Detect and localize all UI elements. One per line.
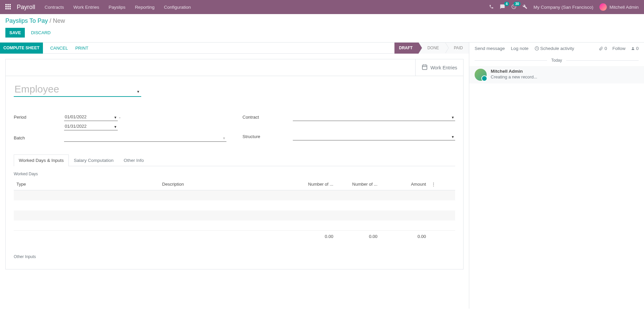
chatter-date-separator: Today	[469, 58, 644, 63]
caret-down-icon: ▼	[451, 135, 454, 139]
button-box: Work Entries	[6, 59, 463, 76]
nav-contracts[interactable]: Contracts	[45, 5, 64, 10]
debug-icon[interactable]	[523, 4, 527, 10]
caret-down-icon: ▼	[114, 116, 117, 119]
nav-configuration[interactable]: Configuration	[164, 5, 191, 10]
nav-work-entries[interactable]: Work Entries	[73, 5, 99, 10]
table-row[interactable]	[14, 190, 455, 200]
stage-done[interactable]: DONE	[419, 43, 445, 54]
table-row[interactable]	[14, 221, 455, 231]
main-navbar: Payroll Contracts Work Entries Payslips …	[0, 0, 644, 14]
col-type: Type	[14, 178, 159, 190]
work-entries-label: Work Entries	[430, 65, 457, 70]
send-message-link[interactable]: Send message	[475, 46, 505, 51]
main-content: COMPUTE SHEET CANCEL PRINT DRAFT DONE PA…	[0, 42, 644, 309]
table-row[interactable]	[14, 200, 455, 210]
breadcrumb-current: New	[53, 17, 65, 24]
attachments-count[interactable]: 0	[599, 46, 607, 51]
total-amount: 0.00	[380, 231, 429, 243]
save-button[interactable]: SAVE	[5, 28, 25, 38]
employee-input[interactable]	[14, 82, 141, 97]
apps-icon[interactable]	[5, 4, 11, 10]
user-avatar	[599, 3, 607, 11]
nav-menu: Contracts Work Entries Payslips Reportin…	[45, 5, 489, 10]
activities-badge: 30	[514, 2, 521, 6]
chatter: Send message Log note Schedule activity …	[469, 43, 644, 309]
total-days: 0.00	[292, 231, 336, 243]
nav-payslips[interactable]: Payslips	[109, 5, 125, 10]
cancel-button[interactable]: CANCEL	[50, 46, 68, 51]
period-to-input[interactable]: 01/31/2022 ▼	[64, 123, 118, 130]
breadcrumb-parent[interactable]: Payslips To Pay	[5, 17, 48, 24]
svg-rect-0	[422, 65, 427, 70]
total-hours: 0.00	[336, 231, 380, 243]
worked-days-table: Type Description Number of ... Number of…	[14, 178, 455, 242]
column-menu-icon[interactable]: ⋮	[429, 178, 455, 190]
employee-field[interactable]: ▼	[14, 82, 141, 97]
company-selector[interactable]: My Company (San Francisco)	[533, 5, 593, 10]
breadcrumb: Payslips To Pay / New	[5, 17, 639, 24]
stages: DRAFT DONE PAID	[394, 43, 469, 54]
worked-days-heading: Worked Days	[14, 172, 455, 176]
col-amount: Amount	[380, 178, 429, 190]
control-panel: Payslips To Pay / New SAVE DISCARD	[0, 14, 644, 42]
contract-input[interactable]: ▼	[293, 114, 455, 121]
messages-icon[interactable]: 4	[500, 4, 505, 10]
table-row[interactable]	[14, 210, 455, 221]
tab-other-info[interactable]: Other Info	[119, 154, 149, 166]
messages-badge: 4	[504, 2, 509, 6]
systray: 4 30 My Company (San Francisco) Mitchell…	[489, 3, 639, 11]
schedule-activity-link[interactable]: Schedule activity	[535, 46, 574, 51]
caret-down-icon: ▼	[114, 125, 117, 129]
caret-down-icon: ▼	[222, 136, 226, 140]
col-description: Description	[159, 178, 292, 190]
discard-button[interactable]: DISCARD	[31, 30, 51, 35]
structure-label: Structure	[243, 133, 293, 139]
activities-icon[interactable]: 30	[511, 4, 517, 10]
other-inputs-heading: Other Inputs	[14, 254, 455, 259]
col-days: Number of ...	[292, 178, 336, 190]
period-from-input[interactable]: 01/01/2022 ▼	[64, 114, 118, 121]
calendar-icon	[422, 64, 428, 71]
message-avatar	[475, 69, 487, 81]
contract-label: Contract	[243, 114, 293, 120]
batch-label: Batch	[14, 134, 64, 140]
tabs: Worked Days & Inputs Salary Computation …	[14, 154, 455, 166]
log-note-link[interactable]: Log note	[511, 46, 529, 51]
chatter-message: Mitchell Admin Creating a new record...	[469, 66, 644, 83]
tab-worked-days[interactable]: Worked Days & Inputs	[14, 154, 69, 166]
phone-icon[interactable]	[489, 4, 494, 10]
follow-button[interactable]: Follow	[612, 46, 626, 51]
message-body: Creating a new record...	[491, 74, 537, 79]
caret-down-icon: ▼	[451, 116, 454, 119]
nav-reporting[interactable]: Reporting	[135, 5, 155, 10]
compute-sheet-button[interactable]: COMPUTE SHEET	[0, 43, 43, 54]
followers-count[interactable]: 0	[631, 46, 639, 51]
app-brand: Payroll	[17, 4, 35, 11]
user-menu[interactable]: Mitchell Admin	[599, 3, 639, 11]
period-label: Period	[14, 114, 64, 120]
batch-input[interactable]: ▼	[64, 134, 226, 142]
tab-salary-computation[interactable]: Salary Computation	[69, 154, 119, 166]
stage-draft[interactable]: DRAFT	[394, 43, 419, 54]
col-hours: Number of ...	[336, 178, 380, 190]
structure-input[interactable]: ▼	[293, 133, 455, 140]
work-entries-stat-button[interactable]: Work Entries	[415, 59, 463, 76]
statusbar: COMPUTE SHEET CANCEL PRINT DRAFT DONE PA…	[0, 43, 469, 54]
message-author: Mitchell Admin	[491, 69, 537, 74]
user-name: Mitchell Admin	[609, 5, 639, 10]
print-button[interactable]: PRINT	[75, 46, 88, 51]
form-sheet: Work Entries ▼ Period	[5, 59, 464, 269]
